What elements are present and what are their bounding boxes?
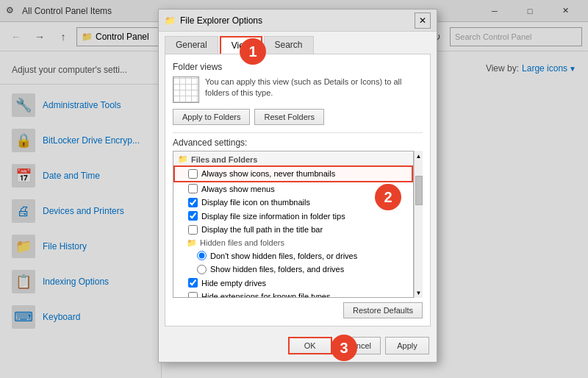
- dialog-titlebar: 📁 File Explorer Options ✕: [159, 10, 437, 32]
- dialog-close-button[interactable]: ✕: [415, 13, 431, 29]
- hidden-files-group-header: 📁 Hidden files and folders: [173, 237, 413, 249]
- apply-to-folders-button[interactable]: Apply to Folders: [173, 109, 250, 125]
- hide-extensions-item[interactable]: Hide extensions for known file types: [173, 290, 413, 298]
- hide-extensions-label: Hide extensions for known file types: [201, 290, 330, 298]
- hidden-files-icon: 📁: [187, 238, 197, 248]
- hide-empty-drives-label: Hide empty drives: [201, 277, 266, 290]
- full-path-title-label: Display the full path in the title bar: [201, 224, 323, 236]
- full-path-title-item[interactable]: Display the full path in the title bar: [173, 223, 413, 237]
- show-hidden-item[interactable]: Show hidden files, folders, and drives: [173, 263, 413, 277]
- tab-search[interactable]: Search: [264, 36, 314, 54]
- folder-views-section: Folder views You can apply this view (su…: [173, 62, 423, 125]
- always-show-icons-label: Always show icons, never thumbnails: [201, 168, 335, 180]
- always-show-menus-item[interactable]: Always show menus: [173, 182, 413, 196]
- dialog-title-text: File Explorer Options: [180, 15, 262, 26]
- folder-views-label: Folder views: [173, 62, 423, 72]
- tab-view[interactable]: View: [220, 36, 262, 54]
- hide-extensions-checkbox[interactable]: [188, 292, 198, 298]
- file-size-info-label: Display file size information in folder …: [201, 210, 345, 223]
- file-size-info-item[interactable]: Display file size information in folder …: [173, 210, 413, 224]
- show-hidden-label: Show hidden files, folders, and drives: [210, 263, 344, 276]
- file-size-info-checkbox[interactable]: [188, 211, 198, 221]
- scroll-thumb[interactable]: [415, 176, 423, 205]
- restore-defaults-button[interactable]: Restore Defaults: [343, 302, 423, 318]
- dialog-title-icon: 📁: [165, 15, 176, 26]
- file-icon-thumbnails-label: Display file icon on thumbnails: [201, 196, 310, 209]
- dialog-title: 📁 File Explorer Options: [165, 15, 262, 26]
- dont-show-hidden-radio[interactable]: [197, 251, 207, 260]
- cancel-button[interactable]: Cancel: [337, 337, 381, 354]
- hide-empty-drives-checkbox[interactable]: [188, 278, 198, 288]
- advanced-settings-list[interactable]: 📁 Files and Folders Always show icons, n…: [173, 151, 414, 298]
- dont-show-hidden-item[interactable]: Don't show hidden files, folders, or dri…: [173, 249, 413, 263]
- apply-button[interactable]: Apply: [385, 337, 429, 354]
- always-show-icons-item[interactable]: Always show icons, never thumbnails: [173, 165, 413, 182]
- folder-group-icon: 📁: [178, 154, 188, 164]
- folder-views-row: You can apply this view (such as Details…: [173, 76, 423, 103]
- always-show-menus-checkbox[interactable]: [188, 184, 198, 193]
- reset-folders-button[interactable]: Reset Folders: [254, 109, 323, 125]
- folder-views-buttons: Apply to Folders Reset Folders: [173, 109, 423, 125]
- file-explorer-options-dialog: 📁 File Explorer Options ✕ General View S…: [158, 9, 437, 363]
- folder-views-desc: You can apply this view (such as Details…: [205, 76, 423, 99]
- dialog-tabs: General View Search: [159, 32, 437, 54]
- show-hidden-radio[interactable]: [197, 265, 207, 274]
- full-path-title-checkbox[interactable]: [188, 225, 198, 235]
- ok-button[interactable]: OK: [288, 337, 332, 354]
- dont-show-hidden-label: Don't show hidden files, folders, or dri…: [210, 250, 357, 263]
- hide-empty-drives-item[interactable]: Hide empty drives: [173, 277, 413, 290]
- dialog-body: Folder views You can apply this view (su…: [165, 54, 431, 327]
- tab-general[interactable]: General: [165, 36, 218, 54]
- folder-icon-grid: [173, 76, 199, 103]
- advanced-settings-scrollbar[interactable]: ▲ ▼: [414, 151, 423, 298]
- always-show-icons-checkbox[interactable]: [188, 169, 198, 179]
- advanced-label: Advanced settings:: [173, 138, 423, 148]
- file-icon-thumbnails-checkbox[interactable]: [188, 198, 198, 207]
- always-show-menus-label: Always show menus: [201, 183, 275, 196]
- file-icon-thumbnails-item[interactable]: Display file icon on thumbnails: [173, 196, 413, 210]
- dialog-footer: OK Cancel Apply: [159, 332, 437, 362]
- dialog-restore-row: Restore Defaults: [173, 302, 423, 318]
- files-folders-group-header: 📁 Files and Folders: [173, 153, 413, 165]
